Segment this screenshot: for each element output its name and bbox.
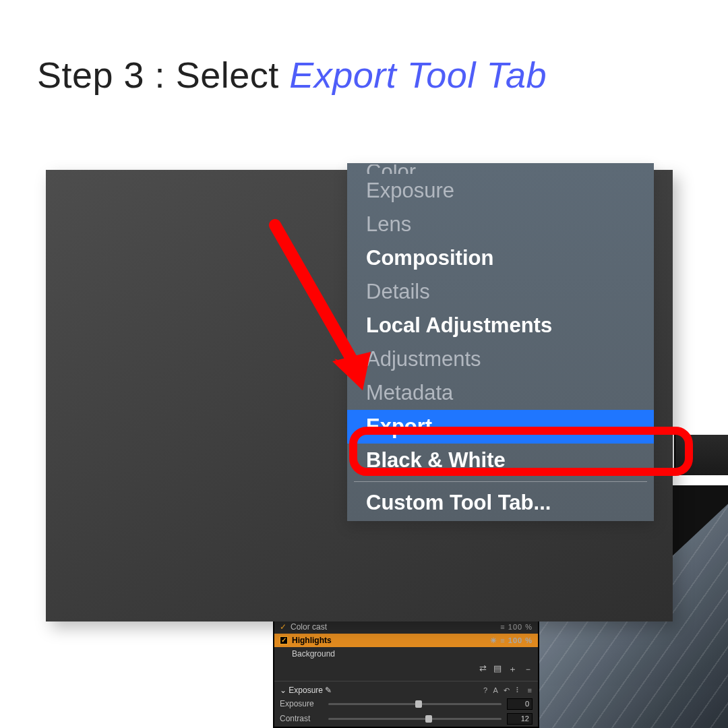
menu-item-label: Black & White [366,448,506,473]
menu-item-label: Metadata [366,381,453,405]
menu-item-metadata[interactable]: Metadata [347,376,654,410]
sliders-icon: ≡ [500,623,505,631]
slider-contrast[interactable]: Contrast 12 [274,711,538,726]
background-edge [674,435,728,475]
menu-item-label: Composition [366,246,493,270]
adjustments-panel: ✓ Color cast ≡ 100 % Highlights ☀ ≡ 100 … [273,619,539,728]
panel-toolbar: ⇄ ▤ ＋ － [274,661,538,678]
panel-row-label: Color cast [291,622,327,632]
panel-section-title: Exposure [289,686,323,695]
menu-item-clipped[interactable]: Color [347,164,654,174]
panel-row-colorcast[interactable]: ✓ Color cast ≡ 100 % [274,620,538,634]
heading-prefix: Step 3 : Select [37,55,289,95]
panel-section-header[interactable]: ⌄ Exposure ✎ ? A ↶ ⠇ ≡ [274,684,538,696]
menu-item-custom[interactable]: Custom Tool Tab... [347,486,654,520]
menu-separator [354,481,647,482]
panel-row-label: Background [292,649,335,659]
menu-item-export[interactable]: Export [347,410,654,444]
menu-item-composition[interactable]: Composition [347,241,654,275]
sliders-icon: ≡ [500,636,505,644]
menu-item-label: Adjustments [366,347,481,371]
heading-emphasis: Export Tool Tab [289,55,547,95]
menu-item-local-adjustments[interactable]: Local Adjustments [347,309,654,342]
screenshot-frame: Color ExposureLensCompositionDetailsLoca… [46,170,673,621]
sliders-icon[interactable]: ⇄ [479,663,487,675]
brush-icon: ✎ [325,686,332,695]
panel-row-highlights[interactable]: Highlights ☀ ≡ 100 % [274,634,538,647]
menu-item-label: Lens [366,212,411,237]
menu-item-adjustments[interactable]: Adjustments [347,342,654,376]
slider-label: Exposure [280,699,323,708]
menu-item-label: Exposure [366,179,454,203]
slider-label: Contrast [280,714,323,723]
slider-value[interactable]: 12 [507,713,533,725]
panel-row-background[interactable]: Background [274,647,538,661]
checkbox-icon[interactable] [280,636,288,644]
check-icon: ✓ [280,622,286,632]
panel-row-value: 100 % [508,623,533,631]
menu-item-label: Export [366,415,432,439]
tool-tab-menu: Color ExposureLensCompositionDetailsLoca… [347,163,654,521]
sun-icon: ☀ [490,636,497,644]
section-tool-icons: ? A ↶ ⠇ ≡ [483,686,533,695]
menu-item-black-white[interactable]: Black & White [347,444,654,477]
panel-row-value: 100 % [508,636,533,644]
plus-icon[interactable]: ＋ [508,663,517,675]
chevron-down-icon: ⌄ [280,686,286,695]
menu-item-label: Local Adjustments [366,313,552,338]
slider-track[interactable] [328,718,502,720]
slider-track[interactable] [328,703,502,705]
svg-line-0 [275,225,356,367]
slider-thumb[interactable] [415,700,422,708]
minus-icon[interactable]: － [524,663,533,675]
slider-exposure[interactable]: Exposure 0 [274,696,538,711]
menu-item-label: Details [366,280,430,304]
menu-item-exposure[interactable]: Exposure [347,174,654,208]
step-heading: Step 3 : Select Export Tool Tab [37,54,547,96]
menu-item-lens[interactable]: Lens [347,208,654,241]
slider-thumb[interactable] [425,715,432,723]
slider-value[interactable]: 0 [507,698,533,710]
panel-row-label: Highlights [292,636,332,645]
brush-icon[interactable]: ▤ [493,663,502,675]
menu-item-details[interactable]: Details [347,275,654,309]
